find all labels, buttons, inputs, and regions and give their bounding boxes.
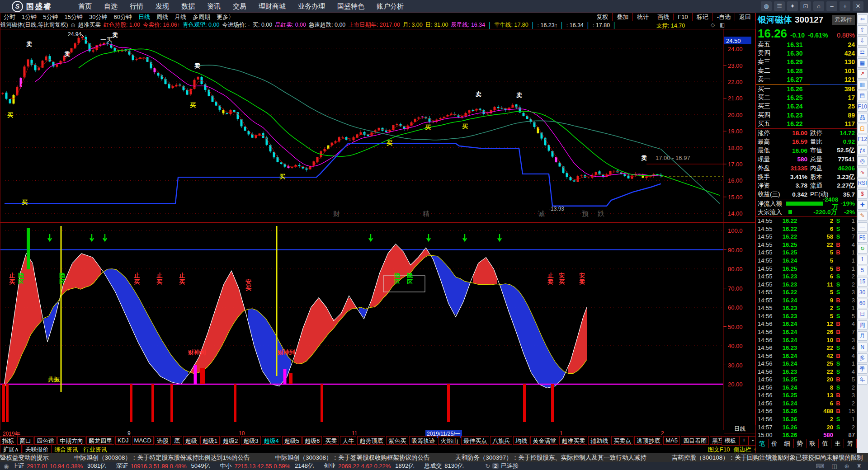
indicator-tab-10[interactable]: 超级1 <box>200 436 220 445</box>
index-name-3[interactable]: 创业 <box>324 462 335 470</box>
monitor-icon[interactable]: ⊡ <box>800 1 811 11</box>
money-icon[interactable]: $ <box>857 189 868 199</box>
indicator-tab-27[interactable]: 辅助线 <box>588 436 610 445</box>
toolbar-button-1[interactable]: 叠加 <box>612 13 632 21</box>
period-0[interactable]: 分时 <box>0 13 19 21</box>
menu-item-7[interactable]: 理财商城 <box>259 2 286 11</box>
keyboard-icon[interactable]: ⌨ <box>816 463 824 470</box>
indicator-tab-25[interactable]: 黄金满堂 <box>530 436 558 445</box>
indicator-tab-31[interactable]: 四目看图 <box>681 436 709 445</box>
extension-tab-3[interactable]: 行业资讯 <box>81 445 109 453</box>
wave-icon[interactable]: ∿ <box>857 168 868 177</box>
move-icon[interactable]: ✚ <box>857 200 868 210</box>
minimize-icon[interactable]: – <box>826 1 837 11</box>
panels-icon[interactable]: ☰ <box>774 1 785 11</box>
period-1-icon[interactable]: 1 <box>857 255 868 264</box>
period-15-icon[interactable]: 15 <box>857 277 868 287</box>
tape-tab-4[interactable]: 联 <box>807 439 819 448</box>
tape-tab-7[interactable]: 筹 <box>844 439 857 448</box>
indicator-tab-19[interactable]: 紫色买 <box>386 436 408 445</box>
menu-item-0[interactable]: 首页 <box>78 2 92 11</box>
board-icon[interactable]: ◫ <box>831 463 837 470</box>
report-icon[interactable]: ▤ <box>857 91 868 100</box>
template-button[interactable]: 模板 <box>722 436 739 446</box>
period-5[interactable]: 60分钟 <box>110 13 135 21</box>
tape-tab-3[interactable]: 势 <box>794 439 807 448</box>
zoom-icon[interactable]: ◎ <box>857 156 868 166</box>
ask-row-3[interactable]: 卖二16.28101 <box>756 66 857 75</box>
draw-icon[interactable]: ✎ <box>857 211 868 221</box>
kline-chart[interactable]: 卖卖卖卖卖卖卖买买买买买买买一买24.9417.00 - 16.97-13.93… <box>0 29 755 222</box>
refresh-icon[interactable]: ↻ <box>857 244 868 254</box>
news-item-3[interactable]: 天和防务（300397）：关于控股股东、实际控制人及其一致行动人减持 <box>455 454 646 462</box>
news-item-0[interactable]: 暨权益变动的提示 <box>0 454 49 462</box>
sector-badge[interactable]: 元器件 <box>832 15 855 25</box>
menu-item-4[interactable]: 数据 <box>181 2 195 11</box>
feedback-icon[interactable]: ◍ <box>761 1 772 11</box>
f5-icon[interactable]: F5 <box>857 233 868 243</box>
indicator-tab-1[interactable]: 窗口 <box>17 436 33 445</box>
ask-row-0[interactable]: 卖五16.3124 <box>756 40 857 49</box>
toolbar-button-6[interactable]: -自选 <box>712 13 735 21</box>
period-multi-icon[interactable]: 多 <box>857 353 868 363</box>
zoom-in-button[interactable]: + <box>739 436 749 446</box>
period-9[interactable]: 多周期 <box>189 13 213 21</box>
toolbar-button-0[interactable]: 复权 <box>592 13 612 21</box>
period-year-icon[interactable]: 年 <box>857 375 868 385</box>
indicator-tab-26[interactable]: 超准买卖 <box>559 436 587 445</box>
period-2[interactable]: 5分钟 <box>40 13 61 21</box>
page-down-icon[interactable]: ⇩ <box>857 36 868 46</box>
indicator-tab-15[interactable]: 超级6 <box>302 436 322 445</box>
indicator-tab-2[interactable]: 四色谱 <box>34 436 57 445</box>
period-3[interactable]: 15分钟 <box>61 13 85 21</box>
indicator-tab-14[interactable]: 超级5 <box>282 436 302 445</box>
period-day-icon[interactable]: 日 <box>857 310 868 319</box>
period-30-icon[interactable]: 30 <box>857 288 868 297</box>
close-icon[interactable]: ✕ <box>853 1 863 11</box>
index-name-2[interactable]: 中小 <box>220 462 231 470</box>
index-name-0[interactable]: 上证 <box>12 462 24 470</box>
current-period-label[interactable]: 日线 <box>724 425 756 433</box>
extension-tab-0[interactable]: 扩展∧ <box>0 445 22 453</box>
divider-icon[interactable]: — <box>857 222 868 232</box>
trend-icon[interactable]: ↗ <box>857 69 868 79</box>
period-7[interactable]: 周线 <box>153 13 171 21</box>
menu-item-3[interactable]: 发现 <box>156 2 169 11</box>
ask-row-4[interactable]: 卖一16.27121 <box>756 75 857 84</box>
back-icon[interactable]: ⇦ <box>857 14 868 24</box>
bid-row-1[interactable]: 买二16.2517 <box>756 93 857 102</box>
target-icon[interactable]: ⊕ <box>844 463 849 470</box>
indicator-tab-0[interactable]: 指标 <box>0 436 16 445</box>
indicator-tab-30[interactable]: MA5 <box>663 436 680 445</box>
f12-icon[interactable]: F12 <box>857 135 868 144</box>
formula-icon[interactable]: ƒx <box>857 146 868 155</box>
indicator-tab-18[interactable]: 趋势顶底 <box>357 436 385 445</box>
page-up-icon[interactable]: ⇧ <box>857 25 868 35</box>
indicator-tab-4[interactable]: 麟龙四里 <box>86 436 114 445</box>
period-10[interactable]: 更多〉 <box>213 13 237 21</box>
toolbar-button-4[interactable]: F10 <box>673 14 692 20</box>
graphic-f10-link[interactable]: 图文F10 <box>708 446 730 454</box>
indicator-tab-3[interactable]: 中期方向 <box>57 436 85 445</box>
tape-tab-6[interactable]: 主 <box>831 439 844 448</box>
period-8[interactable]: 月线 <box>171 13 189 21</box>
menu-item-6[interactable]: 交易 <box>233 2 246 11</box>
indicator-tab-6[interactable]: MACD <box>132 436 154 445</box>
indicator-tab-16[interactable]: 买卖 <box>323 436 339 445</box>
ask-row-2[interactable]: 卖三16.29130 <box>756 58 857 66</box>
period-4[interactable]: 30分钟 <box>86 13 110 21</box>
tape-tab-0[interactable]: 笔 <box>756 439 769 448</box>
features-icon[interactable]: ✦ <box>787 1 798 11</box>
maximize-icon[interactable]: + <box>840 1 850 11</box>
kline-icon[interactable]: ▥ <box>857 80 868 89</box>
menu-item-2[interactable]: 行情 <box>130 2 143 11</box>
indicator-tab-7[interactable]: 选股 <box>155 436 171 445</box>
toolbar-button-3[interactable]: 画线 <box>653 13 673 21</box>
news-item-4[interactable]: 吉药控股（300108）：关于回购注销激励对象已获授但尚未解锁的限制 <box>672 454 863 462</box>
indicator-tab-9[interactable]: 超级 <box>183 436 199 445</box>
quote-list-icon[interactable]: ☲ <box>857 47 868 57</box>
bid-row-2[interactable]: 买三16.2425 <box>756 102 857 111</box>
period-quarter-icon[interactable]: 季 <box>857 364 868 374</box>
indicator-tab-21[interactable]: 火焰山 <box>438 436 460 445</box>
news-item-2[interactable]: 中际旭创（300308）：关于签署股权收购框架协议的公告 <box>275 454 430 462</box>
